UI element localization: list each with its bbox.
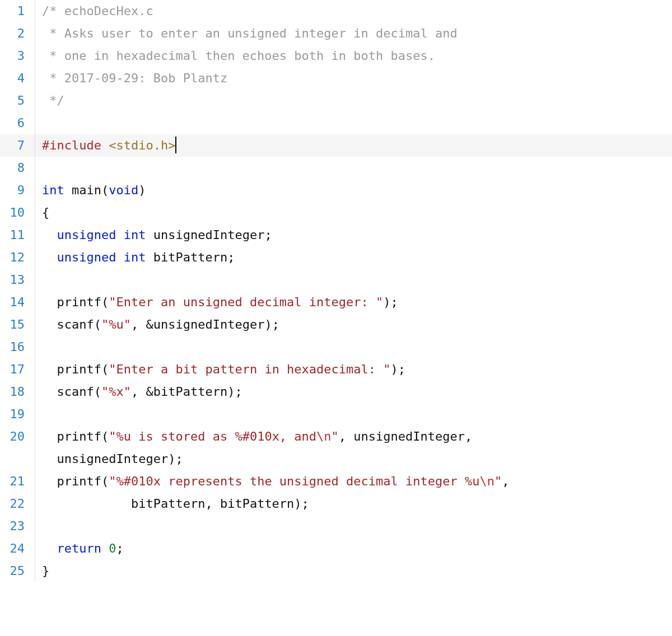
line-number: 14 [0,291,35,314]
gutter-separator [35,269,35,291]
code-line[interactable]: 15 scanf("%u", &unsignedInteger); [0,314,672,336]
code-token: unsignedInteger [153,228,265,242]
code-token [42,452,57,466]
code-token: } [42,564,49,578]
code-line[interactable]: 14 printf("Enter an unsigned decimal int… [0,291,672,314]
code-content[interactable]: printf("Enter a bit pattern in hexadecim… [35,358,672,381]
code-token: * one in hexadecimal then echoes both in… [42,49,435,63]
code-content[interactable]: unsigned int unsignedInteger; [35,224,672,246]
code-line[interactable]: 5 */ [0,90,672,112]
line-number: 7 [0,134,35,157]
code-line-wrap[interactable]: unsignedInteger); [0,448,672,470]
code-token: ); [168,452,183,466]
code-token: { [42,205,49,219]
code-token: 0 [109,541,116,555]
code-content[interactable]: * 2017-09-29: Bob Plantz [35,67,672,90]
code-token: */ [42,93,64,107]
code-token: , [205,497,220,511]
code-token: , & [131,385,153,399]
code-line[interactable]: 9int main(void) [0,179,672,202]
code-content[interactable]: printf("%u is stored as %#010x, and\n", … [35,425,672,448]
code-content[interactable]: int main(void) [35,179,672,202]
code-token [42,474,57,488]
code-content[interactable]: unsignedInteger); [35,448,672,470]
code-line[interactable]: 22 bitPattern, bitPattern); [0,493,672,515]
gutter-separator [35,157,35,179]
code-line[interactable]: 4 * 2017-09-29: Bob Plantz [0,67,672,90]
code-token [42,295,57,309]
code-line[interactable]: 25} [0,560,672,582]
code-token [64,183,72,197]
code-line[interactable]: 7#include <stdio.h> [0,134,672,157]
line-number: 25 [0,560,35,582]
line-number: 1 [0,0,35,22]
code-token: ); [391,362,406,376]
code-line[interactable]: 11 unsigned int unsignedInteger; [0,224,672,246]
code-token [101,541,109,555]
code-content[interactable]: #include <stdio.h> [35,134,672,157]
code-line[interactable]: 8 [0,157,672,179]
code-content[interactable]: scanf("%u", &unsignedInteger); [35,314,672,336]
code-editor[interactable]: 1/* echoDecHex.c2 * Asks user to enter a… [0,0,672,582]
line-number: 5 [0,90,35,112]
line-number: 23 [0,515,35,537]
code-line[interactable]: 20 printf("%u is stored as %#010x, and\n… [0,425,672,448]
code-content[interactable]: } [35,560,672,582]
code-content[interactable]: printf("Enter an unsigned decimal intege… [35,291,672,314]
code-content[interactable]: return 0; [35,537,672,560]
code-token: * 2017-09-29: Bob Plantz [42,71,227,85]
code-token: void [109,183,138,197]
code-content[interactable]: printf("%#010x represents the unsigned d… [35,470,672,493]
code-token: "%#010x represents the unsigned decimal … [109,474,479,488]
code-content[interactable]: */ [35,90,672,112]
code-content[interactable]: bitPattern, bitPattern); [35,493,672,515]
code-line[interactable]: 16 [0,336,672,358]
code-token: ); [294,497,309,511]
code-line[interactable]: 24 return 0; [0,537,672,560]
line-number: 16 [0,336,35,358]
code-line[interactable]: 19 [0,403,672,425]
code-line[interactable]: 13 [0,269,672,291]
code-line[interactable]: 6 [0,112,672,134]
code-line[interactable]: 18 scanf("%x", &bitPattern); [0,381,672,403]
gutter-separator [35,112,35,134]
code-content[interactable]: unsigned int bitPattern; [35,246,672,269]
code-line[interactable]: 12 unsigned int bitPattern; [0,246,672,269]
line-number: 19 [0,403,35,425]
code-token [42,362,57,376]
code-token [42,541,57,555]
code-token [146,250,153,264]
code-token [116,250,123,264]
code-token: ; [116,541,123,555]
code-line[interactable]: 21 printf("%#010x represents the unsigne… [0,470,672,493]
code-line[interactable]: 1/* echoDecHex.c [0,0,672,22]
gutter-separator [35,336,35,358]
code-token: /* echoDecHex.c [42,4,153,18]
code-token [42,228,57,242]
code-content[interactable]: scanf("%x", &bitPattern); [35,381,672,403]
line-number: 6 [0,112,35,134]
code-line[interactable]: 23 [0,515,672,537]
line-number: 18 [0,381,35,403]
line-number: 2 [0,22,35,45]
code-token: , & [131,317,153,331]
code-content[interactable]: * Asks user to enter an unsigned integer… [35,22,672,45]
code-token: unsigned [57,228,116,242]
code-token: "Enter an unsigned decimal integer: " [109,295,383,309]
line-number: 13 [0,269,35,291]
code-token: bitPattern [153,385,227,399]
code-line[interactable]: 17 printf("Enter a bit pattern in hexade… [0,358,672,381]
code-content[interactable]: * one in hexadecimal then echoes both in… [35,45,672,67]
code-line[interactable]: 10{ [0,202,672,224]
code-token: , [465,429,480,443]
code-token: unsignedInteger [153,317,265,331]
code-token: "%u" [101,317,131,331]
code-token: ( [101,429,109,443]
code-token: printf [57,295,101,309]
code-content[interactable]: /* echoDecHex.c [35,0,672,22]
code-line[interactable]: 2 * Asks user to enter an unsigned integ… [0,22,672,45]
code-line[interactable]: 3 * one in hexadecimal then echoes both … [0,45,672,67]
code-token [42,250,57,264]
line-number: 21 [0,470,35,493]
code-content[interactable]: { [35,202,672,224]
